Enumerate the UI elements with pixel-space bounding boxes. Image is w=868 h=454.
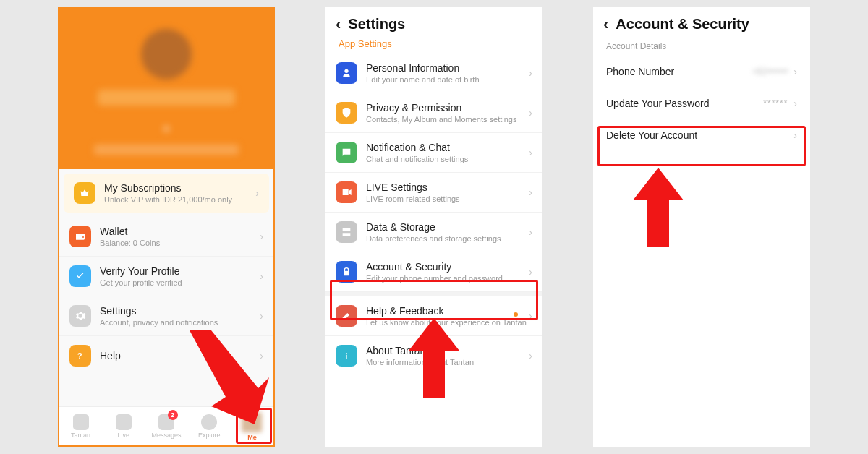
row-subtitle: Edit your phone number and password [366, 274, 529, 283]
tab-live[interactable]: Live [102, 407, 145, 445]
row-title: Settings [100, 305, 260, 317]
row-update-password[interactable]: Update Your Password ****** › [593, 87, 810, 119]
row-label: Update Your Password [606, 98, 763, 109]
row-settings[interactable]: Settings Account, privacy and notificati… [59, 296, 273, 336]
chevron-right-icon: › [529, 226, 532, 238]
tab-messages[interactable]: Messages2 [145, 407, 187, 445]
back-icon[interactable]: ‹ [603, 17, 608, 33]
row-title: Personal Information [366, 62, 529, 74]
row-title: Wallet [100, 226, 260, 237]
screen-settings: ‹ Settings App Settings Personal Informa… [326, 7, 542, 447]
row-subtitle: Chat and notification settings [366, 155, 529, 163]
row-subtitle: Edit your name and date of birth [366, 75, 529, 84]
section-label: Account Details [593, 38, 810, 56]
row-title: Help & Feedback [366, 305, 529, 317]
badge-count: 2 [168, 410, 178, 420]
row-data-storage[interactable]: Data & StorageData preferences and stora… [326, 213, 542, 252]
shield-icon [336, 102, 357, 124]
chevron-right-icon: › [260, 231, 263, 242]
row-label: Phone Number [606, 66, 752, 77]
row-title: About Tantan [366, 345, 529, 356]
chevron-right-icon: › [255, 187, 259, 199]
row-title: Data & Storage [366, 221, 529, 233]
row-title: Verify Your Profile [100, 265, 260, 277]
chevron-right-icon: › [529, 350, 532, 361]
chevron-right-icon: › [529, 310, 532, 322]
tab-me[interactable]: Me [231, 407, 273, 445]
chevron-right-icon: › [529, 266, 532, 278]
row-delete-account[interactable]: Delete Your Account › [593, 119, 810, 151]
row-title: Account & Security [366, 261, 529, 273]
back-icon[interactable]: ‹ [336, 17, 341, 33]
row-about-tantan[interactable]: About TantanMore information about Tanta… [326, 336, 542, 375]
person-icon [336, 62, 357, 84]
row-subtitle: More information about Tantan [366, 358, 529, 367]
chevron-right-icon: › [529, 107, 532, 119]
header: ‹ Account & Security [593, 7, 810, 38]
compass-icon [201, 414, 217, 430]
chevron-right-icon: › [793, 66, 797, 77]
row-subtitle: Get your profile verified [100, 278, 260, 287]
tab-tantan[interactable]: Tantan [59, 407, 102, 445]
gear-icon [69, 305, 91, 327]
row-subtitle: Data preferences and storage settings [366, 234, 529, 243]
page-title: Settings [348, 16, 405, 33]
row-live-settings[interactable]: LIVE SettingsLIVE room related settings … [326, 173, 542, 213]
row-value-blurred: +62••••••• [752, 67, 788, 77]
row-phone-number[interactable]: Phone Number +62••••••• › [593, 56, 810, 87]
row-subtitle: Account, privacy and notifications [100, 318, 260, 327]
check-icon [69, 265, 91, 287]
row-subtitle: Balance: 0 Coins [100, 239, 260, 247]
row-personal-information[interactable]: Personal InformationEdit your name and d… [326, 53, 542, 93]
chevron-right-icon: › [793, 129, 797, 141]
row-subtitle: Unlock VIP with IDR 21,000/mo only [104, 195, 255, 204]
crown-icon [74, 182, 95, 204]
row-label: Delete Your Account [606, 129, 793, 141]
profile-hero [59, 9, 273, 169]
row-notification-chat[interactable]: Notification & ChatChat and notification… [326, 133, 542, 173]
row-help[interactable]: ? Help › [59, 336, 273, 375]
chat-icon [336, 142, 357, 163]
live-icon [116, 414, 132, 430]
avatar [141, 29, 192, 80]
row-title: Privacy & Permission [366, 102, 529, 113]
storage-icon [336, 221, 357, 243]
row-subtitle: LIVE room related settings [366, 194, 529, 203]
row-wallet[interactable]: Wallet Balance: 0 Coins › [59, 217, 273, 257]
avatar-thumb-icon [242, 412, 262, 432]
annotation-arrow-icon [633, 168, 684, 247]
chevron-right-icon: › [260, 350, 263, 361]
row-title: LIVE Settings [366, 181, 529, 193]
row-subtitle: Contacts, My Album and Moments settings [366, 115, 529, 124]
chevron-right-icon: › [793, 98, 797, 109]
info-icon [336, 345, 357, 367]
row-account-security[interactable]: Account & SecurityEdit your phone number… [326, 252, 542, 292]
screen-account-security: ‹ Account & Security Account Details Pho… [593, 7, 810, 447]
row-privacy-permission[interactable]: Privacy & PermissionContacts, My Album a… [326, 93, 542, 133]
wallet-icon [69, 226, 91, 247]
plus-card-icon [73, 414, 89, 430]
chevron-right-icon: › [260, 270, 263, 282]
row-subtitle: Let us know about your experience on Tan… [366, 318, 529, 327]
section-label: App Settings [326, 38, 542, 53]
chevron-right-icon: › [260, 310, 263, 322]
chevron-right-icon: › [529, 147, 532, 158]
row-my-subscriptions[interactable]: My Subscriptions Unlock VIP with IDR 21,… [64, 174, 269, 213]
row-title: My Subscriptions [104, 182, 255, 194]
svg-text:?: ? [77, 351, 82, 360]
pencil-icon [336, 305, 357, 327]
screen-me-profile: My Subscriptions Unlock VIP with IDR 21,… [58, 7, 275, 447]
page-title: Account & Security [616, 16, 749, 33]
header: ‹ Settings [326, 7, 542, 38]
lock-icon [336, 261, 357, 283]
chevron-right-icon: › [529, 67, 532, 79]
row-value: ****** [763, 98, 788, 108]
chevron-right-icon: › [529, 187, 532, 198]
profile-hero-blurred [59, 9, 273, 169]
tab-explore[interactable]: Explore [188, 407, 231, 445]
svg-marker-3 [633, 168, 684, 247]
row-verify-profile[interactable]: Verify Your Profile Get your profile ver… [59, 257, 273, 296]
username-blurred [98, 90, 235, 106]
notification-dot-icon [514, 312, 518, 317]
row-help-feedback[interactable]: Help & FeedbackLet us know about your ex… [326, 296, 542, 336]
